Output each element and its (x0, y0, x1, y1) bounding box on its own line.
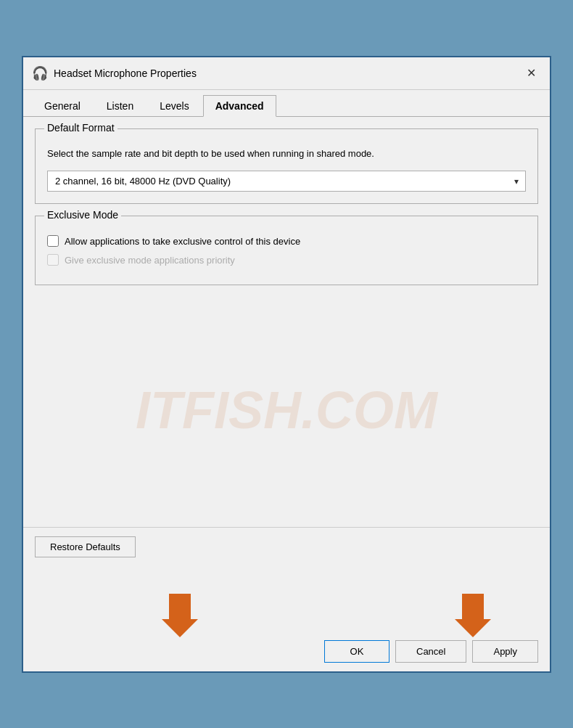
priority-checkbox[interactable] (47, 254, 59, 266)
svg-marker-1 (455, 594, 491, 637)
priority-label: Give exclusive mode applications priorit… (65, 255, 235, 266)
tab-bar: General Listen Levels Advanced (23, 90, 550, 117)
sample-rate-dropdown[interactable]: 2 channel, 16 bit, 48000 Hz (DVD Quality… (47, 171, 526, 192)
title-bar: 🎧 Headset Microphone Properties ✕ (23, 57, 550, 90)
arrows-row (35, 594, 538, 637)
close-button[interactable]: ✕ (521, 63, 541, 83)
exclusive-mode-section: Exclusive Mode Allow applications to tak… (35, 216, 538, 285)
apply-button[interactable]: Apply (472, 640, 538, 663)
tab-levels[interactable]: Levels (147, 95, 201, 117)
sample-rate-dropdown-wrapper: 2 channel, 16 bit, 48000 Hz (DVD Quality… (47, 171, 526, 192)
default-format-description: Select the sample rate and bit depth to … (47, 147, 526, 161)
tab-content: Default Format Select the sample rate an… (23, 117, 550, 527)
svg-marker-0 (162, 594, 198, 637)
cancel-button[interactable]: Cancel (395, 640, 466, 663)
footer: Restore Defaults OK Cancel Apply (23, 527, 550, 671)
apply-arrow-icon (455, 594, 491, 637)
tab-advanced[interactable]: Advanced (203, 95, 276, 117)
tab-listen[interactable]: Listen (94, 95, 146, 117)
restore-defaults-button[interactable]: Restore Defaults (35, 536, 136, 557)
footer-buttons: OK Cancel Apply (35, 640, 538, 663)
exclusive-mode-legend: Exclusive Mode (44, 209, 121, 221)
exclusive-control-checkbox[interactable] (47, 235, 59, 247)
dialog-window: 🎧 Headset Microphone Properties ✕ Genera… (22, 56, 551, 673)
headset-icon: 🎧 (32, 65, 48, 81)
dialog-title: Headset Microphone Properties (54, 68, 521, 79)
priority-row: Give exclusive mode applications priorit… (47, 254, 526, 266)
footer-top: Restore Defaults (35, 536, 538, 557)
exclusive-control-label: Allow applications to take exclusive con… (65, 236, 300, 247)
default-format-section: Default Format Select the sample rate an… (35, 128, 538, 205)
exclusive-control-row: Allow applications to take exclusive con… (47, 235, 526, 247)
ok-button[interactable]: OK (324, 640, 389, 663)
ok-arrow-icon (162, 594, 198, 637)
default-format-legend: Default Format (44, 122, 118, 134)
tab-general[interactable]: General (32, 95, 93, 117)
